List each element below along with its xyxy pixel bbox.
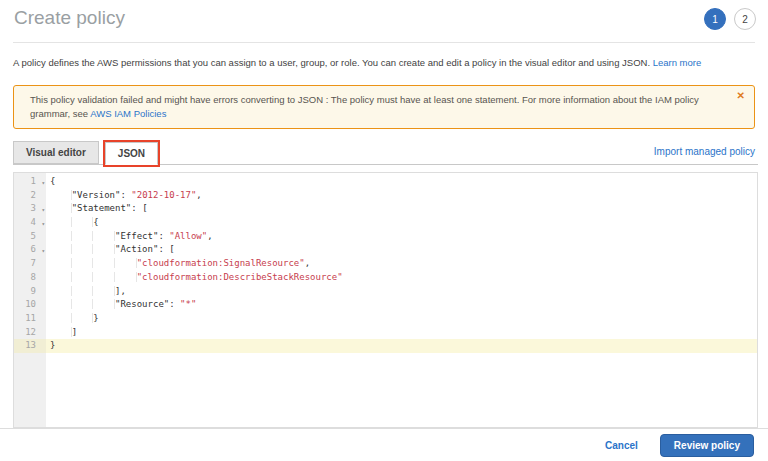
line-number[interactable]: 8: [14, 271, 46, 285]
editor-tabbar: Visual editor JSON: [13, 141, 758, 165]
code-line[interactable]: 7 "cloudformation:SignalResource",: [14, 257, 757, 271]
code-text[interactable]: }: [46, 312, 757, 326]
fold-arrow-icon[interactable]: ▾: [41, 217, 45, 231]
create-policy-page: Create policy 1 2 A policy defines the A…: [0, 0, 768, 461]
learn-more-link[interactable]: Learn more: [653, 57, 702, 68]
code-line[interactable]: 1▾{: [14, 175, 757, 189]
import-managed-policy-link[interactable]: Import managed policy: [654, 146, 755, 157]
code-line[interactable]: 2 "Version": "2012-10-17",: [14, 189, 757, 203]
footer-bar: Cancel Review policy: [0, 428, 768, 461]
line-number[interactable]: 11: [14, 312, 46, 326]
line-number[interactable]: 10: [14, 298, 46, 312]
line-number[interactable]: 6▾: [14, 243, 46, 257]
code-text[interactable]: "cloudformation:SignalResource",: [46, 257, 757, 271]
line-number[interactable]: 5: [14, 230, 46, 244]
code-line[interactable]: 9 ],: [14, 285, 757, 299]
intro-description: A policy defines the AWS permissions tha…: [13, 57, 650, 68]
code-text[interactable]: {: [46, 216, 757, 230]
code-line[interactable]: 5 "Effect": "Allow",: [14, 230, 757, 244]
page-title: Create policy: [14, 7, 125, 29]
fold-arrow-icon[interactable]: ▾: [41, 203, 45, 217]
code-text[interactable]: "Action": [: [46, 243, 757, 257]
line-number[interactable]: 4▾: [14, 216, 46, 230]
line-number[interactable]: 1▾: [14, 175, 46, 189]
line-number[interactable]: 12: [14, 326, 46, 340]
code-text[interactable]: "cloudformation:DescribeStackResource": [46, 271, 757, 285]
step-2-badge: 2: [734, 8, 756, 30]
line-number[interactable]: 7: [14, 257, 46, 271]
review-policy-button[interactable]: Review policy: [660, 434, 754, 457]
code-line[interactable]: 6▾ "Action": [: [14, 243, 757, 257]
intro-text: A policy defines the AWS permissions tha…: [13, 56, 755, 69]
line-number[interactable]: 3▾: [14, 202, 46, 216]
cancel-button[interactable]: Cancel: [605, 440, 638, 451]
code-text[interactable]: ],: [46, 285, 757, 299]
line-number[interactable]: 13: [14, 339, 46, 353]
code-line[interactable]: 10 "Resource": "*": [14, 298, 757, 312]
json-editor[interactable]: 1▾{2 "Version": "2012-10-17",3▾ "Stateme…: [13, 172, 758, 428]
code-line[interactable]: 11 }: [14, 312, 757, 326]
code-line[interactable]: 4▾ {: [14, 216, 757, 230]
code-line[interactable]: 12 ]: [14, 326, 757, 340]
line-number[interactable]: 9: [14, 285, 46, 299]
code-text[interactable]: "Version": "2012-10-17",: [46, 189, 757, 203]
fold-arrow-icon[interactable]: ▾: [41, 176, 45, 190]
tab-json[interactable]: JSON: [105, 142, 158, 165]
code-text[interactable]: "Statement": [: [46, 202, 757, 216]
close-icon[interactable]: ✕: [737, 91, 745, 101]
code-text[interactable]: {: [46, 175, 757, 189]
step-1-badge: 1: [704, 8, 726, 30]
header-divider: [13, 42, 755, 43]
fold-arrow-icon[interactable]: ▾: [41, 244, 45, 258]
aws-iam-policies-link[interactable]: AWS IAM Policies: [90, 108, 166, 119]
code-text[interactable]: }: [46, 339, 757, 353]
line-number[interactable]: 2: [14, 189, 46, 203]
step-indicator: 1 2: [704, 8, 756, 30]
tab-visual-editor[interactable]: Visual editor: [13, 141, 99, 164]
code-line[interactable]: 3▾ "Statement": [: [14, 202, 757, 216]
json-editor-lines: 1▾{2 "Version": "2012-10-17",3▾ "Stateme…: [14, 175, 757, 353]
code-text[interactable]: "Resource": "*": [46, 298, 757, 312]
validation-alert: This policy validation failed and might …: [13, 85, 755, 129]
code-line[interactable]: 8 "cloudformation:DescribeStackResource": [14, 271, 757, 285]
code-text[interactable]: "Effect": "Allow",: [46, 230, 757, 244]
code-line[interactable]: 13}: [14, 339, 757, 353]
code-text[interactable]: ]: [46, 326, 757, 340]
